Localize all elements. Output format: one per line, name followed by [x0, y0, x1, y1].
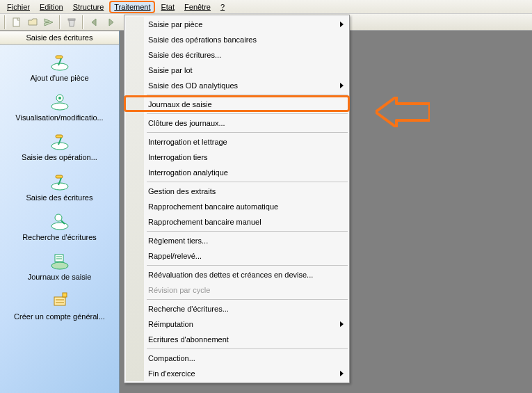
dropdown-item-label: Interrogation tiers: [148, 153, 208, 161]
dropdown-item-label: Clôture des journaux...: [148, 119, 225, 127]
submenu-arrow-icon: [340, 22, 344, 27]
dropdown-item-label: Saisie des écritures...: [148, 51, 221, 59]
new-icon[interactable]: [10, 15, 24, 29]
open-icon[interactable]: [26, 15, 40, 29]
dropdown-item-cl-ture-des-journaux[interactable]: Clôture des journaux...: [126, 115, 348, 131]
submenu-arrow-icon: [340, 321, 344, 327]
sidebar-item-label: Visualisation/modificatio...: [15, 113, 103, 122]
dropdown-item-r-valuation-des-dettes-et-cr-ances-en-devise[interactable]: Réévaluation des dettes et créances en d…: [126, 267, 348, 282]
dropdown-item-rapprochement-bancaire-manuel[interactable]: Rapprochement bancaire manuel: [126, 214, 348, 230]
dropdown-item-label: Saisie par lot: [148, 66, 193, 74]
sidebar-item-label: Saisie des écritures: [26, 193, 93, 202]
dropdown-item-label: Interrogation analytique: [148, 168, 228, 177]
dropdown-item-label: Saisie par pièce: [148, 20, 202, 29]
svg-rect-1: [68, 19, 75, 20]
dropdown-item-label: Réévaluation des dettes et créances en d…: [148, 271, 313, 279]
entries-icon: [47, 171, 72, 192]
toolbar-sep-2: [82, 15, 84, 29]
dropdown-item-label: Rapprochement bancaire manuel: [148, 218, 261, 226]
svg-point-7: [51, 143, 68, 150]
sidebar-item-label: Créer un compte général...: [14, 312, 105, 321]
sidebar-item-ajout-piece[interactable]: Ajout d'une pièce: [0, 47, 119, 87]
sidebar-item-label: Ajout d'une pièce: [30, 74, 88, 83]
menu-structure[interactable]: Structure: [69, 1, 108, 13]
add-piece-icon: [47, 51, 72, 72]
dropdown-item-label: Rappel/relevé...: [148, 252, 202, 260]
sidebar-item-label: Saisie des opération...: [22, 153, 97, 162]
dropdown-item-interrogation-tiers[interactable]: Interrogation tiers: [126, 150, 348, 165]
dropdown-item-r-glement-tiers[interactable]: Règlement tiers...: [126, 233, 348, 248]
journal-icon: [47, 250, 72, 271]
send-icon[interactable]: [42, 15, 56, 29]
next-icon[interactable]: [104, 15, 118, 29]
dropdown-item-saisie-par-lot[interactable]: Saisie par lot: [126, 63, 348, 78]
sidebar: Saisie des écritures Ajout d'une pièce V…: [0, 31, 120, 393]
dropdown-item-gestion-des-extraits[interactable]: Gestion des extraits: [126, 184, 348, 199]
menu-etat[interactable]: Etat: [156, 1, 179, 13]
svg-rect-10: [56, 175, 63, 178]
dropdown-item-recherche-d-critures[interactable]: Recherche d'écritures...: [126, 301, 348, 316]
dropdown-item-label: Réimputation: [148, 320, 193, 328]
sidebar-item-visualisation[interactable]: Visualisation/modificatio...: [0, 87, 119, 127]
dropdown-item-label: Interrogation et lettrage: [148, 138, 227, 146]
svg-rect-8: [56, 135, 63, 138]
dropdown-item-label: Révision par cycle: [148, 286, 210, 294]
dropdown-item-label: Rapprochement bancaire automatique: [148, 202, 278, 211]
dropdown-item-compaction[interactable]: Compaction...: [126, 351, 348, 366]
menu-traitement[interactable]: Traitement: [109, 1, 155, 13]
dropdown-item-label: Compaction...: [148, 354, 195, 362]
dropdown-item-label: Règlement tiers...: [148, 236, 208, 245]
menu-edition[interactable]: Edition: [35, 1, 67, 13]
dropdown-item-label: Fin d'exercice: [148, 369, 195, 378]
dropdown-item-fin-d-exercice[interactable]: Fin d'exercice: [126, 366, 348, 381]
dropdown-item-label: Saisie des opérations bancaires: [148, 35, 257, 44]
dropdown-item-saisie-par-pi-ce[interactable]: Saisie par pièce: [126, 17, 348, 32]
dropdown-item-ecritures-d-abonnement[interactable]: Ecritures d'abonnement: [126, 332, 348, 347]
delete-icon[interactable]: [65, 15, 79, 29]
dropdown-item-label: Saisie des OD analytiques: [148, 81, 238, 90]
sidebar-item-journaux[interactable]: Journaux de saisie: [0, 246, 119, 286]
svg-point-13: [51, 262, 68, 269]
sidebar-item-ecritures[interactable]: Saisie des écritures: [0, 167, 119, 207]
ops-icon: [47, 131, 72, 152]
dropdown-item-label: Recherche d'écritures...: [148, 305, 229, 313]
traitement-dropdown: Saisie par pièceSaisie des opérations ba…: [124, 15, 350, 383]
toolbar-grip: [4, 15, 6, 29]
dropdown-item-label: Ecritures d'abonnement: [148, 335, 229, 344]
sidebar-item-compte[interactable]: Créer un compte général...: [0, 286, 119, 326]
sidebar-item-label: Journaux de saisie: [28, 273, 92, 282]
svg-point-11: [51, 223, 68, 230]
menu-fichier[interactable]: Fichier: [3, 1, 34, 13]
dropdown-item-saisie-des-od-analytiques[interactable]: Saisie des OD analytiques: [126, 78, 348, 93]
prev-icon[interactable]: [88, 15, 102, 29]
sidebar-item-label: Recherche d'écritures: [22, 233, 97, 242]
menu-fenetre[interactable]: Fenêtre: [180, 1, 215, 13]
sidebar-item-operations[interactable]: Saisie des opération...: [0, 127, 119, 166]
dropdown-item-label: Journaux de saisie: [148, 100, 212, 109]
toolbar-sep-1: [59, 15, 61, 29]
sidebar-header: Saisie des écritures: [0, 31, 119, 45]
submenu-arrow-icon: [340, 83, 344, 88]
sidebar-item-recherche[interactable]: Recherche d'écritures: [0, 207, 119, 246]
dropdown-item-interrogation-analytique[interactable]: Interrogation analytique: [126, 165, 348, 180]
dropdown-item-rapprochement-bancaire-automatique[interactable]: Rapprochement bancaire automatique: [126, 199, 348, 214]
menu-help[interactable]: ?: [216, 1, 229, 13]
view-modify-icon: [47, 91, 72, 112]
sidebar-items: Ajout d'une pièce Visualisation/modifica…: [0, 45, 119, 393]
dropdown-item-saisie-des-op-rations-bancaires[interactable]: Saisie des opérations bancaires: [126, 32, 348, 47]
svg-point-2: [51, 63, 68, 70]
dropdown-item-interrogation-et-lettrage[interactable]: Interrogation et lettrage: [126, 134, 348, 150]
dropdown-item-rappel-relev[interactable]: Rappel/relevé...: [126, 248, 348, 264]
svg-rect-16: [63, 293, 67, 297]
dropdown-item-label: Gestion des extraits: [148, 187, 216, 195]
svg-point-4: [51, 103, 68, 110]
svg-rect-0: [13, 18, 19, 26]
svg-point-6: [58, 97, 61, 99]
svg-rect-3: [56, 56, 63, 58]
dropdown-item-r-imputation[interactable]: Réimputation: [126, 316, 348, 332]
dropdown-item-journaux-de-saisie[interactable]: Journaux de saisie: [126, 97, 348, 112]
svg-rect-14: [55, 255, 63, 262]
svg-point-9: [51, 183, 68, 190]
svg-rect-15: [54, 297, 65, 305]
dropdown-item-saisie-des-critures[interactable]: Saisie des écritures...: [126, 47, 348, 63]
